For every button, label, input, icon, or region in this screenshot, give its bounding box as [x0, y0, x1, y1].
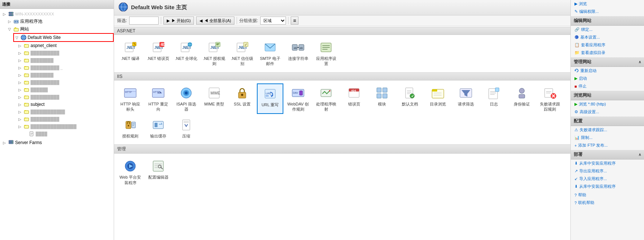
action-start[interactable]: ▶ 启动 — [571, 75, 644, 82]
svg-rect-33 — [24, 118, 29, 121]
icon-modules[interactable]: 模块 — [369, 83, 395, 114]
svg-rect-138 — [155, 123, 158, 127]
icon-handler-map[interactable]: 处理程序映射 — [313, 83, 339, 114]
action-online-help[interactable]: ? 联机帮助 — [571, 199, 644, 207]
icon-request-filter[interactable]: 请求筛选 — [453, 83, 479, 114]
tree-item-blurred9[interactable]: ▷ ██████████ — [0, 115, 114, 123]
action-help[interactable]: ? 帮助 — [571, 191, 644, 199]
tree-item-server-farms[interactable]: ▷ Server Farms — [0, 139, 114, 146]
show-all-button[interactable]: ◀ ◀ 全部显示(A) — [196, 17, 234, 25]
view-button[interactable]: ≡ — [291, 17, 298, 25]
stop-label: 停止 — [578, 83, 587, 89]
action-restart[interactable]: 重新启动 — [571, 67, 644, 75]
ba9: ▷ — [18, 117, 24, 121]
collapse-manage-icon[interactable]: ∧ — [638, 60, 641, 64]
icon-net-trust[interactable]: .NET✓ .NET 信任级别 — [229, 38, 255, 69]
action-install-from-gallery[interactable]: ⬇ 从库中安装应用程序 — [571, 160, 644, 167]
action-advanced-settings[interactable]: ⚙ 高级设置... — [571, 108, 644, 116]
icon-compress[interactable]: 压缩 — [173, 115, 199, 141]
icon-mime-type[interactable]: MIME MIME 类型 — [201, 83, 227, 114]
net-auth-icon-box: .NET — [207, 40, 222, 55]
action-bindings[interactable]: 🔗 绑定... — [571, 26, 644, 33]
action-view-apps[interactable]: 📋 套看应用程序 — [571, 41, 644, 49]
tree-item-blurred2[interactable]: ▷ ████████ — [0, 57, 114, 64]
action-basic-settings[interactable]: i 基本设置... — [571, 33, 644, 41]
icon-web-platform[interactable]: Web 平台安装程序 — [117, 157, 144, 187]
tree-item-blurred6[interactable]: ▷ ██████ — [0, 86, 114, 93]
icon-url-rewrite[interactable]: URL URL 重写 — [257, 83, 283, 114]
tree-item-blurred11[interactable]: ████ — [0, 130, 114, 137]
tree-item-blurred5[interactable]: ▷ ██████████ — [0, 79, 114, 86]
icon-isapi-filter[interactable]: ISAPI 筛选器 — [173, 83, 199, 114]
icon-auth[interactable]: 身份验证 — [509, 83, 535, 114]
filter-input[interactable] — [129, 17, 159, 25]
icon-smtp[interactable]: SMTP 电子邮件 — [257, 38, 283, 69]
action-edit-perms[interactable]: ✎ 编辑权限... — [571, 8, 644, 15]
svg-text:✓: ✓ — [244, 43, 247, 47]
root-label: WIN-XXXXXXXXXXX — [15, 12, 54, 16]
icon-ssl[interactable]: SSL 设置 — [229, 83, 255, 114]
start-button[interactable]: ▶ ▶ 开始(G) — [163, 17, 194, 25]
icon-http-redirect[interactable]: HTTP HTTP 重定向 — [145, 83, 171, 114]
tree-item-apppool[interactable]: ▷ 应用程序池 — [0, 18, 114, 25]
groupby-select[interactable]: 区域 — [260, 17, 286, 25]
icon-auth-rules[interactable]: 授权规则 — [117, 115, 144, 141]
icon-net-error[interactable]: .NET404 .NET 错误页 — [145, 38, 171, 69]
logging-label: 日志 — [490, 101, 498, 107]
right-section-manage-site: 管理网站 ∧ 重新启动 ▶ 启动 ■ 停止 — [571, 57, 644, 90]
icon-connection-str[interactable]: abab 连接字符串 — [285, 38, 311, 69]
tree-item-default-web-site[interactable]: ▽ Default Web Site — [13, 33, 114, 42]
action-add-ftp[interactable]: + 添加 FTP 发布... — [571, 142, 644, 149]
tree-item-blurred1[interactable]: ▷ ██████████ — [0, 49, 114, 57]
icon-output-cache[interactable]: 输出缓存 — [145, 115, 171, 141]
action-failed-trace[interactable]: ⚠ 失败请求跟踪... — [571, 126, 644, 134]
export-app-icon: ↗ — [574, 169, 578, 173]
collapse-deploy-icon[interactable]: ∧ — [638, 153, 641, 157]
action-browse-http[interactable]: ▶ 浏览 *:80 (http) — [571, 100, 644, 108]
icon-net-global[interactable]: .NET .NET 全球化 — [173, 38, 199, 69]
svg-rect-15 — [24, 52, 29, 55]
icon-http-resp[interactable]: HTTP HTTP 响应标头 — [117, 83, 144, 114]
svg-rect-106 — [383, 94, 387, 98]
svg-point-43 — [12, 141, 13, 142]
svg-rect-31 — [24, 111, 29, 114]
action-limits[interactable]: 📊 限制... — [571, 134, 644, 142]
action-browse[interactable]: ▶ 浏览 — [571, 0, 644, 8]
tree-item-sites[interactable]: ▽ 网站 — [0, 25, 114, 33]
icon-default-doc[interactable]: ✓ 默认文档 — [397, 83, 423, 114]
folder-icon-b10 — [24, 123, 29, 129]
icon-net-auth[interactable]: .NET .NET 授权规则 — [201, 38, 227, 69]
request-filter-icon-box — [459, 86, 473, 100]
folder-icon-b2 — [24, 57, 29, 63]
tree-item-root[interactable]: ▷ WIN-XXXXXXXXXXX — [0, 10, 114, 18]
action-stop[interactable]: ■ 停止 — [571, 82, 644, 90]
install-from-gallery-icon: ⬇ — [574, 161, 578, 166]
tree-item-blurred3[interactable]: ▷ ██████████ _ — [0, 64, 114, 71]
icon-logging[interactable]: 日志 — [481, 83, 507, 114]
tree-item-aspnet-client[interactable]: ▷ aspnet_client — [0, 42, 114, 49]
action-import-app[interactable]: ↙ 导入应用程序... — [571, 175, 644, 183]
svg-rect-32 — [24, 110, 26, 111]
blurred10-label: ████████████████ — [31, 124, 77, 129]
tree-item-blurred10[interactable]: ▷ ████████████████ — [0, 123, 114, 130]
icon-app-settings[interactable]: 应用程序设置 — [313, 38, 339, 69]
icon-net-edit[interactable]: .NET✎ .NET 编译 — [117, 38, 144, 69]
action-install-from-gallery2[interactable]: ⬇ 从库中安装应用程序 — [571, 183, 644, 190]
icon-webdav[interactable]: DAV WebDAV 创作规则 — [285, 83, 311, 114]
tree-item-blurred7[interactable]: ▷ ██████████ — [0, 93, 114, 101]
tree-item-subject[interactable]: ▷ subject — [0, 101, 114, 108]
action-export-app[interactable]: ↗ 导出应用程序... — [571, 167, 644, 175]
manage-site-title: 管理网站 — [574, 59, 591, 65]
icon-failed-req[interactable]: 失败请求跟踪规则 — [537, 83, 563, 114]
svg-rect-25 — [24, 89, 29, 92]
action-view-vdirs[interactable]: 📁 套看虚拟目录 — [571, 49, 644, 57]
icon-config-editor[interactable]: 配置编辑器 — [145, 157, 171, 187]
svg-rect-21 — [24, 74, 29, 77]
svg-rect-123 — [495, 88, 499, 92]
icon-dir-browse[interactable]: 目录浏览 — [425, 83, 451, 114]
start-label: ▶ 开始(G) — [171, 18, 191, 24]
tree-item-blurred8[interactable]: ▷ ████████████ — [0, 108, 114, 115]
tree-item-blurred4[interactable]: ▷ ████████ — [0, 71, 114, 79]
icon-error-pages[interactable]: 404 错误页 — [341, 83, 367, 114]
handler-map-icon-box — [319, 86, 333, 100]
